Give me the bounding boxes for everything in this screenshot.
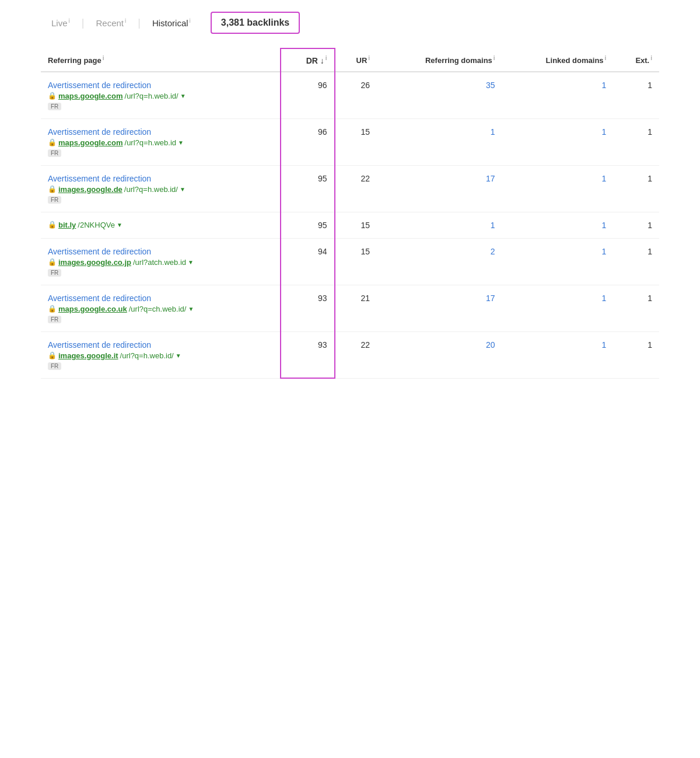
ur-value: 21	[335, 285, 377, 331]
ext-value: 1	[613, 331, 659, 378]
referring-page-cell: Avertissement de redirection 🔒 images.go…	[41, 165, 281, 212]
col-header-ur: URi	[335, 48, 377, 72]
table-header-row: Referring pagei DR ↓i URi Referring doma…	[41, 48, 659, 72]
col-header-dr[interactable]: DR ↓i	[281, 48, 334, 72]
table-row: Avertissement de redirection 🔒 images.go…	[41, 238, 659, 285]
page-title-link[interactable]: Avertissement de redirection	[48, 340, 273, 350]
linked-domains-value[interactable]: 1	[502, 285, 614, 331]
dropdown-arrow-icon[interactable]: ▼	[117, 222, 123, 228]
url-line: 🔒 images.google.de /url?q=h.web.id/ ▼	[48, 185, 273, 194]
ur-value: 15	[335, 238, 377, 285]
tab-historical[interactable]: Historicali	[142, 12, 201, 34]
tab-historical-info: i	[190, 18, 191, 24]
ext-value: 1	[613, 165, 659, 212]
page-title-link[interactable]: Avertissement de redirection	[48, 247, 273, 256]
col-header-referring-domains: Referring domainsi	[377, 48, 502, 72]
url-path: /url?atch.web.id	[133, 258, 186, 267]
tab-live[interactable]: Livei	[41, 12, 80, 34]
lock-icon: 🔒	[48, 258, 57, 266]
referring-domains-link[interactable]: 17	[486, 174, 495, 183]
referring-domains-value[interactable]: 2	[377, 238, 502, 285]
linked-domains-link[interactable]: 1	[602, 127, 607, 137]
page-title-link[interactable]: Avertissement de redirection	[48, 81, 273, 90]
domain-link[interactable]: images.google.co.jp	[58, 258, 131, 267]
url-path: /url?q=h.web.id/	[124, 185, 178, 194]
lang-badge: FR	[48, 316, 61, 323]
dropdown-arrow-icon[interactable]: ▼	[188, 306, 194, 312]
referring-domains-value[interactable]: 1	[377, 118, 502, 165]
linked-domains-link[interactable]: 1	[602, 340, 607, 350]
linked-domains-link[interactable]: 1	[602, 247, 607, 256]
referring-domains-value[interactable]: 17	[377, 285, 502, 331]
ur-value: 15	[335, 118, 377, 165]
col-referring-domains-label: Referring domains	[425, 56, 492, 65]
domain-link[interactable]: images.google.it	[58, 351, 118, 360]
linked-domains-link[interactable]: 1	[602, 81, 607, 90]
referring-page-cell: 🔒 bit.ly /2NKHQVe ▼	[41, 212, 281, 238]
referring-page-cell: Avertissement de redirection 🔒 images.go…	[41, 238, 281, 285]
page-title-link[interactable]: Avertissement de redirection	[48, 294, 273, 303]
page-title-link[interactable]: Avertissement de redirection	[48, 127, 273, 137]
domain-link[interactable]: maps.google.com	[58, 92, 123, 100]
col-linked-domains-label: Linked domains	[546, 56, 604, 65]
page-title-link[interactable]: Avertissement de redirection	[48, 174, 273, 183]
referring-domains-value[interactable]: 20	[377, 331, 502, 378]
tab-recent-info: i	[125, 18, 126, 24]
linked-domains-value[interactable]: 1	[502, 331, 614, 378]
linked-domains-link[interactable]: 1	[602, 294, 607, 303]
referring-domains-value[interactable]: 35	[377, 72, 502, 119]
referring-domains-link[interactable]: 1	[491, 221, 495, 230]
referring-domains-link[interactable]: 17	[486, 294, 495, 303]
referring-domains-link[interactable]: 1	[491, 127, 495, 137]
dropdown-arrow-icon[interactable]: ▼	[188, 259, 194, 266]
domain-link[interactable]: images.google.de	[58, 185, 123, 194]
linked-domains-value[interactable]: 1	[502, 118, 614, 165]
linked-domains-value[interactable]: 1	[502, 165, 614, 212]
referring-domains-value[interactable]: 1	[377, 212, 502, 238]
linked-domains-value[interactable]: 1	[502, 238, 614, 285]
col-dr-info: i	[326, 55, 327, 61]
dr-value: 96	[281, 118, 334, 165]
table-row: 🔒 bit.ly /2NKHQVe ▼ 9515111	[41, 212, 659, 238]
lang-badge: FR	[48, 196, 61, 204]
url-line: 🔒 bit.ly /2NKHQVe ▼	[48, 221, 273, 229]
domain-link[interactable]: maps.google.co.uk	[58, 305, 127, 313]
dropdown-arrow-icon[interactable]: ▼	[178, 139, 184, 146]
col-ext-label: Ext.	[635, 56, 649, 65]
referring-page-cell: Avertissement de redirection 🔒 maps.goog…	[41, 118, 281, 165]
dropdown-arrow-icon[interactable]: ▼	[180, 93, 186, 99]
referring-domains-link[interactable]: 20	[486, 340, 495, 350]
referring-domains-value[interactable]: 17	[377, 165, 502, 212]
col-header-referring-page: Referring pagei	[41, 48, 281, 72]
referring-domains-link[interactable]: 2	[491, 247, 495, 256]
linked-domains-value[interactable]: 1	[502, 212, 614, 238]
url-line: 🔒 images.google.co.jp /url?atch.web.id ▼	[48, 258, 273, 267]
domain-link[interactable]: maps.google.com	[58, 138, 123, 147]
col-header-linked-domains: Linked domainsi	[502, 48, 614, 72]
tab-historical-label: Historical	[152, 18, 188, 28]
linked-domains-value[interactable]: 1	[502, 72, 614, 119]
lang-badge: FR	[48, 362, 61, 370]
backlinks-badge: 3,381 backlinks	[211, 12, 300, 34]
ext-value: 1	[613, 285, 659, 331]
ur-value: 26	[335, 72, 377, 119]
url-line: 🔒 maps.google.com /url?q=h.web.id/ ▼	[48, 92, 273, 100]
backlinks-table: Referring pagei DR ↓i URi Referring doma…	[41, 48, 659, 379]
table-row: Avertissement de redirection 🔒 maps.goog…	[41, 118, 659, 165]
ur-value: 22	[335, 165, 377, 212]
tab-recent[interactable]: Recenti	[85, 12, 136, 34]
referring-domains-link[interactable]: 35	[486, 81, 495, 90]
ext-value: 1	[613, 118, 659, 165]
col-ext-info: i	[650, 55, 652, 61]
linked-domains-link[interactable]: 1	[602, 221, 607, 230]
lock-icon: 🔒	[48, 305, 57, 313]
col-referring-page-info: i	[103, 55, 104, 61]
domain-link[interactable]: bit.ly	[58, 221, 76, 229]
referring-page-cell: Avertissement de redirection 🔒 maps.goog…	[41, 72, 281, 119]
tab-divider-1: |	[80, 17, 86, 29]
dropdown-arrow-icon[interactable]: ▼	[176, 352, 181, 359]
linked-domains-link[interactable]: 1	[602, 174, 607, 183]
dropdown-arrow-icon[interactable]: ▼	[180, 186, 186, 193]
tab-recent-label: Recent	[96, 18, 124, 28]
dr-value: 95	[281, 165, 334, 212]
